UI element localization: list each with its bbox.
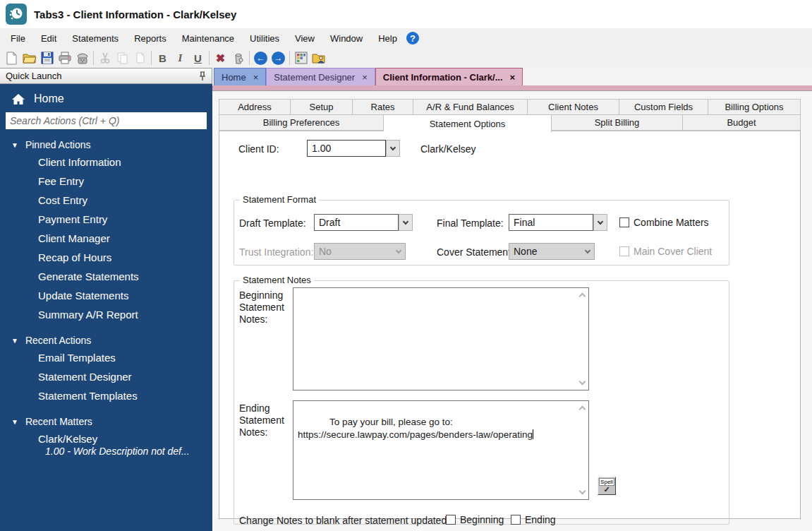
print-icon[interactable] [56, 49, 73, 66]
quick-launch-header: Quick Launch [0, 68, 212, 84]
search-input[interactable] [6, 112, 207, 129]
close-icon[interactable]: × [510, 72, 516, 83]
menu-bar: File Edit Statements Reports Maintenance… [0, 28, 812, 48]
help-icon[interactable]: ? [406, 32, 419, 44]
sidebar-item-email-templates[interactable]: Email Templates [0, 349, 212, 368]
tab-split-billing[interactable]: Split Billing [552, 114, 683, 131]
tab-budget[interactable]: Budget [683, 114, 801, 131]
spell-check-button[interactable]: Spell ✓ [598, 477, 616, 495]
pin-icon[interactable] [199, 71, 206, 81]
tab-rates[interactable]: Rates [353, 99, 413, 115]
bold-icon[interactable]: B [154, 49, 171, 66]
menu-view[interactable]: View [287, 30, 322, 47]
combine-matters-checkbox[interactable]: Combine Matters [619, 217, 709, 228]
sidebar-item-recap-of-hours[interactable]: Recap of Hours [0, 249, 212, 268]
trust-integration-combo: No [314, 243, 406, 260]
beginning-notes-textarea[interactable] [293, 287, 589, 390]
statement-options-page: Client ID: 1.00 Clark/Kelsey Statement F… [219, 131, 801, 519]
menu-maintenance[interactable]: Maintenance [174, 30, 242, 47]
sidebar-subitem-matter[interactable]: 1.00 - Work Description not def... [0, 446, 212, 460]
tab-ar-fund-balances[interactable]: A/R & Fund Balances [413, 99, 528, 115]
sidebar-section-recent-actions[interactable]: ▼ Recent Actions [0, 325, 212, 349]
tab-setup[interactable]: Setup [291, 99, 353, 115]
copy-icon[interactable] [114, 49, 131, 66]
change-notes-label: Change Notes to blank after statement up… [239, 515, 449, 526]
tab-statement-designer[interactable]: Statement Designer × [266, 68, 375, 85]
tab-custom-fields[interactable]: Custom Fields [619, 99, 708, 115]
toolbar-separator [249, 51, 250, 65]
document-tab-bar: Home × Statement Designer × Client Infor… [214, 68, 523, 85]
ending-notes-textarea[interactable]: To pay your bill, please go to: https://… [293, 400, 589, 500]
sidebar-section-recent-matters[interactable]: ▼ Recent Matters [0, 406, 212, 430]
tab-address[interactable]: Address [219, 99, 291, 115]
scroll-up-icon[interactable] [579, 406, 586, 413]
final-template-input[interactable]: Final [509, 214, 593, 231]
client-info-tab-control: Address Setup Rates A/R & Fund Balances … [219, 99, 801, 519]
cover-statement-label: Cover Statement: [437, 246, 514, 258]
trash-icon[interactable] [229, 49, 247, 66]
beginning-blank-checkbox[interactable]: Beginning [446, 514, 504, 525]
italic-icon[interactable]: I [171, 49, 189, 66]
final-template-label: Final Template: [437, 217, 504, 229]
checkbox-icon [619, 217, 629, 227]
ending-blank-checkbox[interactable]: Ending [511, 514, 556, 525]
cut-icon[interactable] [96, 49, 114, 66]
sidebar-item-statement-designer[interactable]: Statement Designer [0, 368, 212, 387]
paste-icon[interactable] [131, 49, 149, 66]
menu-file[interactable]: File [3, 30, 33, 47]
menu-edit[interactable]: Edit [33, 30, 64, 47]
menu-utilities[interactable]: Utilities [242, 30, 287, 47]
scroll-up-icon[interactable] [579, 293, 586, 300]
client-id-dropdown-button[interactable] [386, 140, 400, 157]
trust-integration-label: Trust Integration: [239, 246, 313, 258]
new-document-icon[interactable] [3, 49, 20, 66]
statement-notes-legend: Statement Notes [240, 275, 314, 285]
main-cover-client-checkbox: Main Cover Client [619, 246, 712, 257]
draft-template-input[interactable]: Draft [314, 214, 399, 231]
sidebar-item-clark-kelsey[interactable]: Clark/Kelsey [0, 430, 212, 446]
forward-icon[interactable]: → [269, 49, 287, 66]
close-icon[interactable]: × [362, 72, 368, 83]
sidebar-item-client-manager[interactable]: Client Manager [0, 229, 212, 249]
final-template-dropdown-button[interactable] [593, 214, 607, 231]
client-id-input[interactable]: 1.00 [307, 140, 386, 157]
close-icon[interactable]: × [253, 72, 259, 83]
client-folder-icon[interactable] [310, 49, 327, 66]
tab-statement-options[interactable]: Statement Options [384, 114, 552, 133]
sidebar-section-pinned-actions[interactable]: ▼ Pinned Actions [0, 129, 212, 153]
matter-grid-icon[interactable] [292, 49, 310, 66]
scroll-down-icon[interactable] [579, 488, 586, 495]
window-title: Tabs3 - Client Information - Clark/Kelse… [34, 8, 236, 20]
cover-statement-combo[interactable]: None [509, 243, 595, 260]
phone-dial-icon[interactable] [73, 49, 91, 66]
chevron-down-icon [390, 144, 396, 150]
draft-template-dropdown-button[interactable] [399, 214, 413, 231]
menu-statements[interactable]: Statements [64, 30, 126, 47]
menu-window[interactable]: Window [322, 30, 370, 47]
menu-help[interactable]: Help [370, 30, 405, 47]
back-icon[interactable]: ← [252, 49, 269, 66]
sidebar-item-client-information[interactable]: Client Information [0, 153, 212, 172]
menu-reports[interactable]: Reports [126, 30, 174, 47]
sidebar-item-summary-ar-report[interactable]: Summary A/R Report [0, 306, 212, 325]
sidebar-item-update-statements[interactable]: Update Statements [0, 287, 212, 306]
scroll-down-icon[interactable] [579, 378, 586, 386]
checkbox-icon [511, 515, 521, 525]
home-icon [11, 93, 25, 105]
save-icon[interactable] [38, 49, 56, 66]
tab-client-information[interactable]: Client Information - Clark/... × [375, 68, 523, 85]
sidebar-item-cost-entry[interactable]: Cost Entry [0, 191, 212, 210]
tab-billing-options[interactable]: Billing Options [708, 99, 801, 115]
sidebar-item-home[interactable]: Home [0, 84, 212, 105]
sidebar-item-payment-entry[interactable]: Payment Entry [0, 210, 212, 229]
sidebar-item-generate-statements[interactable]: Generate Statements [0, 268, 212, 287]
open-folder-icon[interactable] [20, 49, 38, 66]
delete-icon[interactable]: ✖ [212, 49, 229, 66]
tab-home[interactable]: Home × [214, 68, 266, 85]
sidebar-item-fee-entry[interactable]: Fee Entry [0, 172, 212, 191]
underline-icon[interactable]: U [189, 49, 207, 66]
tab-billing-preferences[interactable]: Billing Preferences [219, 114, 384, 131]
draft-template-label: Draft Template: [239, 217, 306, 229]
tab-client-notes[interactable]: Client Notes [528, 99, 619, 115]
sidebar-item-statement-templates[interactable]: Statement Templates [0, 387, 212, 406]
